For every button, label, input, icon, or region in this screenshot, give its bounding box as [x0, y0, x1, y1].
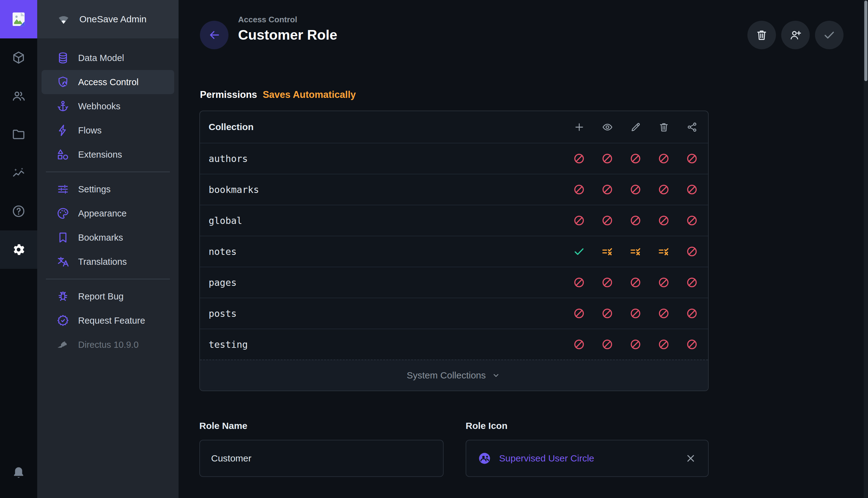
module-docs[interactable] [0, 192, 37, 231]
anchor-icon [56, 100, 69, 113]
role-icon-field: Role Icon Supervised User Circle [465, 421, 709, 477]
nav-divider [46, 279, 170, 279]
back-button[interactable] [200, 21, 229, 49]
save-button[interactable] [815, 21, 843, 49]
module-settings[interactable] [0, 231, 37, 269]
no-access-icon[interactable] [686, 338, 698, 351]
custom-access-icon[interactable] [629, 245, 642, 258]
collection-name: bookmarks [209, 184, 259, 195]
sidebar-item-label: Data Model [78, 53, 124, 63]
cube-icon [12, 51, 26, 65]
module-content[interactable] [0, 38, 37, 77]
sidebar-item-bookmarks[interactable]: Bookmarks [41, 225, 174, 250]
sidebar-item-access-control[interactable]: Access Control [41, 70, 174, 94]
autosave-note: Saves Automatically [263, 89, 356, 100]
sidebar-item-translations[interactable]: Translations [41, 250, 174, 274]
no-access-icon[interactable] [658, 307, 670, 319]
no-access-icon[interactable] [573, 307, 585, 319]
no-access-icon[interactable] [601, 152, 613, 165]
system-collections-toggle[interactable]: System Collections [200, 359, 708, 391]
no-access-icon[interactable] [629, 183, 642, 196]
full-access-icon[interactable] [573, 245, 585, 258]
no-access-icon[interactable] [686, 183, 698, 196]
insights-icon [12, 166, 26, 180]
delete-role-button[interactable] [748, 21, 776, 49]
no-access-icon[interactable] [629, 152, 642, 165]
supervised-user-circle-icon [477, 451, 492, 466]
no-access-icon[interactable] [573, 152, 585, 165]
no-access-icon[interactable] [658, 214, 670, 227]
sidebar-item-label: Webhooks [78, 101, 120, 112]
image-placeholder-icon [10, 10, 28, 28]
permissions-row-notes: notes [200, 236, 708, 267]
breadcrumb[interactable]: Access Control [238, 15, 337, 25]
module-spacer [0, 269, 37, 454]
system-collections-label: System Collections [407, 370, 486, 381]
no-access-icon[interactable] [573, 214, 585, 227]
no-access-icon[interactable] [629, 214, 642, 227]
nav-divider [46, 172, 170, 172]
no-access-icon[interactable] [658, 152, 670, 165]
no-access-icon[interactable] [601, 214, 613, 227]
role-fields: Role Name Customer Role Icon Supervised … [199, 421, 709, 477]
sidebar-item-flows[interactable]: Flows [41, 118, 174, 143]
create-permission-column-icon[interactable] [573, 121, 585, 133]
no-access-icon[interactable] [658, 183, 670, 196]
no-access-icon[interactable] [686, 214, 698, 227]
no-access-icon[interactable] [601, 338, 613, 351]
no-access-icon[interactable] [686, 152, 698, 165]
no-access-icon[interactable] [601, 307, 613, 319]
update-permission-column-icon[interactable] [629, 121, 642, 133]
clear-icon[interactable] [685, 452, 697, 464]
sidebar-item-appearance[interactable]: Appearance [41, 201, 174, 225]
share-permission-column-icon[interactable] [686, 121, 698, 133]
module-bar [0, 0, 37, 498]
role-name-input[interactable]: Customer [199, 440, 444, 477]
no-access-icon[interactable] [601, 276, 613, 289]
rabbit-icon [56, 338, 69, 351]
no-access-icon[interactable] [686, 276, 698, 289]
sidebar-item-settings[interactable]: Settings [41, 177, 174, 201]
collection-name: global [209, 215, 242, 226]
delete-permission-column-icon[interactable] [658, 121, 670, 133]
scrollbar-thumb[interactable] [864, 1, 867, 81]
person-add-icon [789, 28, 802, 41]
custom-access-icon[interactable] [658, 245, 670, 258]
database-icon [56, 51, 69, 64]
sidebar-item-report-bug[interactable]: Report Bug [41, 284, 174, 309]
module-files[interactable] [0, 115, 37, 154]
custom-access-icon[interactable] [601, 245, 613, 258]
sidebar-item-request-feature[interactable]: Request Feature [41, 309, 174, 332]
sidebar-item-webhooks[interactable]: Webhooks [41, 94, 174, 118]
no-access-icon[interactable] [629, 276, 642, 289]
module-notifications[interactable] [0, 454, 37, 492]
collection-column-header: Collection [209, 122, 254, 132]
read-permission-column-icon[interactable] [601, 121, 613, 133]
no-access-icon[interactable] [629, 338, 642, 351]
sidebar-item-data-model[interactable]: Data Model [41, 46, 174, 70]
module-insights[interactable] [0, 154, 37, 192]
no-access-icon[interactable] [601, 183, 613, 196]
sidebar-item-directus-10-9-0[interactable]: Directus 10.9.0 [41, 332, 174, 357]
project-logo[interactable] [0, 0, 37, 38]
no-access-icon[interactable] [686, 307, 698, 319]
no-access-icon[interactable] [573, 338, 585, 351]
no-access-icon[interactable] [573, 276, 585, 289]
module-users[interactable] [0, 77, 37, 115]
scrollbar-track[interactable] [864, 0, 868, 498]
translate-icon [56, 255, 69, 268]
project-title: OneSave Admin [79, 14, 146, 25]
no-access-icon[interactable] [658, 276, 670, 289]
role-icon-input[interactable]: Supervised User Circle [465, 440, 709, 477]
no-access-icon[interactable] [686, 245, 698, 258]
invite-users-button[interactable] [781, 21, 810, 49]
palette-icon [56, 207, 69, 220]
no-access-icon[interactable] [629, 307, 642, 319]
no-access-icon[interactable] [658, 338, 670, 351]
project-header[interactable]: OneSave Admin [37, 0, 179, 38]
collection-name: pages [209, 277, 237, 288]
no-access-icon[interactable] [573, 183, 585, 196]
sidebar-item-extensions[interactable]: Extensions [41, 143, 174, 167]
folder-icon [12, 127, 26, 142]
sidebar-item-label: Directus 10.9.0 [78, 340, 139, 350]
